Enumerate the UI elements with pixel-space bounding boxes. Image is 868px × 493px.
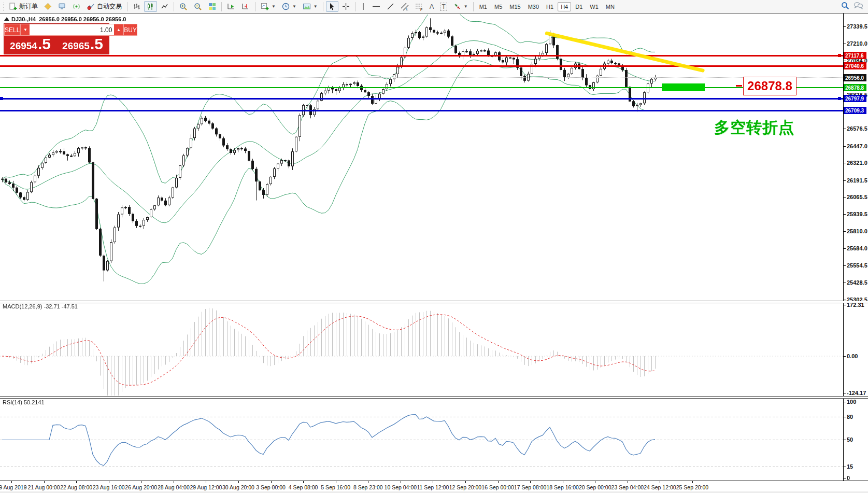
sell-price[interactable]: 26954 .5 xyxy=(4,36,56,54)
symbol-triangle-icon[interactable] xyxy=(4,17,9,21)
chat-icon[interactable] xyxy=(853,2,863,11)
dropdown-caret: ▼ xyxy=(314,4,318,9)
channel-letter: E xyxy=(406,7,408,11)
text-button[interactable]: A xyxy=(427,1,437,12)
crosshair-button[interactable] xyxy=(339,1,352,12)
chart-shift-button[interactable] xyxy=(239,1,252,12)
horizontal-line-button[interactable] xyxy=(369,1,383,12)
search-icon[interactable] xyxy=(841,2,849,12)
green-highlight-rectangle[interactable] xyxy=(662,83,705,91)
volume-input[interactable] xyxy=(30,24,114,35)
signals-button[interactable] xyxy=(70,1,83,12)
vertical-line-button[interactable] xyxy=(358,1,368,12)
sell-button[interactable]: SELL xyxy=(4,24,20,36)
horizontal-level-line[interactable] xyxy=(0,55,843,57)
tile-windows-button[interactable] xyxy=(206,1,219,12)
timeframe-H1[interactable]: H1 xyxy=(543,2,557,11)
auto-scroll-button[interactable] xyxy=(224,1,238,12)
time-axis-label: 10 Sep 04:00 xyxy=(385,484,417,490)
timeframe-H4[interactable]: H4 xyxy=(558,2,571,11)
separator xyxy=(221,2,222,11)
timeframe-M5[interactable]: M5 xyxy=(491,2,505,11)
price-tick-label: 80 xyxy=(847,414,853,420)
price-axis[interactable]: 27339.527210.027084.026828.526576.526447… xyxy=(844,13,868,481)
timeframe-M30[interactable]: M30 xyxy=(525,2,542,11)
label-pointer-dash xyxy=(736,85,742,87)
metaeditor-button[interactable] xyxy=(41,1,54,12)
separator xyxy=(127,2,127,11)
pane-divider[interactable] xyxy=(0,301,868,303)
timeframe-D1[interactable]: D1 xyxy=(572,2,586,11)
new-order-button[interactable]: 新订单 xyxy=(6,1,40,12)
line-anchor-marker[interactable] xyxy=(838,97,841,100)
volume-increase-button[interactable]: ▲ xyxy=(114,24,123,35)
cursor-button[interactable] xyxy=(326,1,338,12)
pivot-annotation-text[interactable]: 多空转折点 xyxy=(714,117,794,138)
fibonacci-button[interactable]: F xyxy=(412,1,426,12)
pane-divider[interactable] xyxy=(0,396,868,399)
line-chart-button[interactable] xyxy=(158,1,171,12)
time-axis[interactable]: 19 Aug 201921 Aug 00:0022 Aug 08:0023 Au… xyxy=(0,481,868,491)
channel-button[interactable]: E xyxy=(398,1,411,12)
time-axis-label: 3 Sep 00:00 xyxy=(256,484,286,490)
candlestick-chart-button[interactable] xyxy=(144,1,157,12)
zoom-in-button[interactable] xyxy=(177,1,190,12)
current-price-line xyxy=(0,77,843,78)
candlestick-icon xyxy=(147,3,154,10)
window-border xyxy=(0,13,868,13)
price-tick-label: 100 xyxy=(847,399,856,405)
timeframe-MN[interactable]: MN xyxy=(603,2,618,11)
price-tick-label: 25939.5 xyxy=(847,211,867,217)
horizontal-level-line[interactable] xyxy=(0,65,843,67)
price-tick-label: 50 xyxy=(847,436,853,443)
horizontal-line-icon xyxy=(372,3,380,10)
horizontal-level-line[interactable] xyxy=(0,98,843,100)
price-badge: 26797.9 xyxy=(844,95,866,102)
price-chart-canvas[interactable] xyxy=(0,0,868,493)
time-axis-label: 18 Sep 16:00 xyxy=(546,484,578,490)
time-axis-label: 5 Sep 16:00 xyxy=(321,484,350,490)
time-axis-label: 4 Sep 08:00 xyxy=(289,484,318,490)
line-anchor-marker[interactable] xyxy=(0,97,3,100)
price-tick-label: 25428.5 xyxy=(847,279,867,286)
sell-price-main: 26954 xyxy=(10,40,37,52)
indicators-button[interactable]: ▼ xyxy=(258,1,278,12)
time-axis-label: 25 Sep 20:00 xyxy=(676,484,708,490)
toolbar-grip[interactable] xyxy=(2,3,4,11)
bar-chart-icon xyxy=(133,3,140,10)
timeframe-M15[interactable]: M15 xyxy=(506,2,523,11)
time-tick xyxy=(336,481,336,483)
arrows-button[interactable]: ▼ xyxy=(451,1,471,12)
template-button[interactable]: ▼ xyxy=(300,1,320,12)
time-tick xyxy=(498,481,499,483)
bar-chart-button[interactable] xyxy=(130,1,143,12)
timeframe-W1[interactable]: W1 xyxy=(587,2,602,11)
chart-ohlc: 26956.0 26956.0 26956.0 26956.0 xyxy=(39,16,126,22)
macd-label: MACD(12,26,9) -32.71 -47.51 xyxy=(3,303,78,309)
autotrading-button[interactable]: 自动交易 xyxy=(84,1,124,12)
time-tick xyxy=(563,481,563,483)
time-axis-label: 29 Aug 12:00 xyxy=(190,484,222,490)
label-button[interactable]: T xyxy=(437,1,449,12)
chart-shift-icon xyxy=(241,3,250,10)
horizontal-level-line[interactable] xyxy=(0,110,843,111)
separator xyxy=(255,2,255,11)
buy-button[interactable]: BUY xyxy=(123,24,137,36)
price-tick-label: 27339.5 xyxy=(847,23,867,30)
buy-price[interactable]: 26965 .5 xyxy=(56,36,109,54)
horizontal-level-line[interactable] xyxy=(0,87,843,88)
line-anchor-marker[interactable] xyxy=(838,54,841,57)
volume-decrease-button[interactable]: ▼ xyxy=(21,24,30,35)
timeframe-M1[interactable]: M1 xyxy=(476,2,490,11)
time-axis-label: 12 Sep 20:00 xyxy=(449,484,481,490)
one-click-trade-panel: SELL ▼ ▲ BUY 26954 .5 26965 .5 xyxy=(4,24,109,54)
volume-stepper: ▼ ▲ xyxy=(20,24,123,36)
zoom-out-button[interactable] xyxy=(191,1,205,12)
period-button[interactable]: ▼ xyxy=(279,1,299,12)
trendline-button[interactable] xyxy=(384,1,397,12)
time-tick xyxy=(660,481,660,483)
separator xyxy=(355,2,355,11)
time-axis-label: 8 Sep 23:00 xyxy=(353,484,383,490)
terminal-button[interactable] xyxy=(55,1,69,12)
pivot-price-label[interactable]: 26878.8 xyxy=(743,77,796,95)
